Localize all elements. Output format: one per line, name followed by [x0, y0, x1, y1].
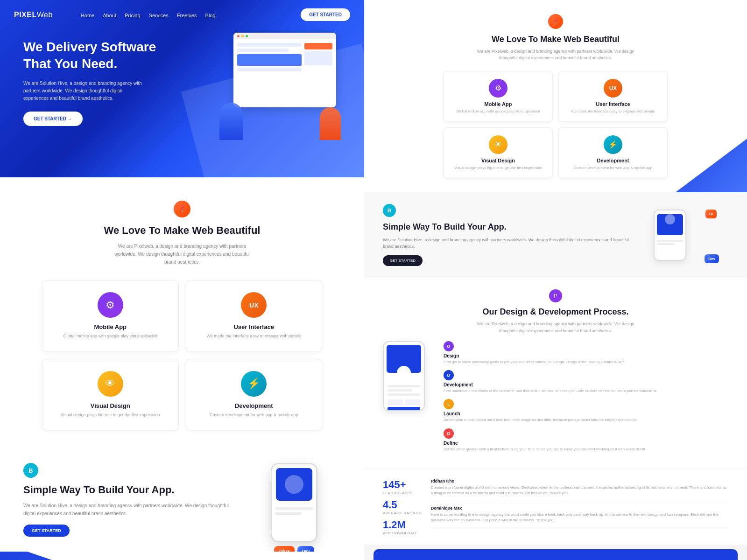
service-card-visual: 👁 Visual Design Visual design plays big …: [42, 359, 179, 431]
services-section: 📍 We Love To Make Web Beautiful We are P…: [0, 177, 364, 449]
rb-illustration: UI Dev: [644, 207, 728, 263]
services-description: We are Pixelweb, a design and branding a…: [112, 242, 252, 266]
process-step-launch: L Launch Define what a best output must …: [444, 399, 728, 422]
right-service-mobile: ⚙ Mobile App Global mobile app with goog…: [444, 71, 553, 122]
dev-name: Development: [196, 402, 313, 409]
design-badge: D: [444, 341, 454, 351]
nav-services[interactable]: Services: [149, 11, 169, 19]
process-section: P Our Design & Development Process. We a…: [364, 278, 747, 469]
right-service-visual: 👁 Visual Design Visual design plays big …: [444, 127, 553, 178]
right-mobile-icon: ⚙: [489, 79, 507, 98]
process-flow: D Design First get to know necessary goa…: [383, 341, 728, 457]
stat-rating: 4.5 AVERAGE RATINGS: [383, 499, 422, 515]
cta-section: Ready To Start Your Project? We have fro…: [374, 549, 738, 560]
hero-section: PIXELWeb Home About Pricing Services Fre…: [0, 0, 364, 177]
hero-cta-button[interactable]: GET STARTED →: [23, 112, 83, 126]
service-card-dev: ⚡ Development Custom development for web…: [186, 359, 323, 431]
testimonials: Ridhan Kho Created a prefound digital wo…: [431, 479, 728, 535]
launch-badge: L: [444, 399, 454, 409]
build-badge: B: [23, 463, 38, 478]
build-cta-button[interactable]: GET STARTED: [23, 525, 70, 537]
dev-desc: Custom development for web app & mobile …: [196, 412, 313, 419]
testimonial-1: Ridhan Kho Created a prefound digital wo…: [431, 479, 728, 501]
build-description: We are Solution Hive, a design and brand…: [23, 502, 233, 518]
rb-title: Simple Way To Build Your App.: [383, 222, 633, 232]
process-phone-illustration: [383, 341, 439, 411]
nav-freebies[interactable]: Freebies: [177, 11, 197, 19]
build-title: Simple Way To Build Your App.: [23, 483, 233, 497]
process-step-define: D Define Set the other queries with a fi…: [444, 428, 728, 452]
service-card-ui: UX User Interface We made the interface …: [186, 280, 323, 352]
stat-downloads: 1.2M APP DOWNLOAD: [383, 519, 422, 535]
nav-about[interactable]: About: [103, 11, 116, 19]
services-title: We Love To Make Web Beautiful: [14, 224, 350, 237]
right-ui-icon: UX: [604, 79, 622, 98]
mobile-app-icon: ⚙: [98, 292, 123, 318]
build-section: B Simple Way To Build Your App. We are S…: [0, 449, 364, 552]
right-dev-icon: ⚡: [604, 135, 622, 154]
hero-title: We Delivery Software That You Need.: [23, 39, 163, 73]
mobile-app-name: Mobile App: [52, 323, 169, 330]
right-services-title: We Love To Make Web Beautiful: [383, 35, 728, 44]
services-badge: 📍: [174, 201, 190, 217]
rb-badge: B: [383, 204, 396, 217]
right-service-ui: UX User Interface We made the interface …: [558, 71, 668, 122]
process-steps: D Design First get to know necessary goa…: [444, 341, 728, 457]
nav-pricing[interactable]: Pricing: [125, 11, 141, 19]
nav-home[interactable]: Home: [81, 11, 94, 19]
left-panel: PIXELWeb Home About Pricing Services Fre…: [0, 0, 364, 560]
hero-content: We Delivery Software That You Need. We a…: [0, 29, 364, 135]
dev-step-badge: D: [444, 370, 454, 380]
visual-desc: Visual design plays big role to get the …: [52, 412, 169, 419]
process-badge: P: [549, 289, 562, 302]
hero-description: We are Solution Hive, a design and brand…: [23, 80, 145, 102]
right-panel: 📍 We Love To Make Web Beautiful We are P…: [364, 0, 747, 560]
nav-links: Home About Pricing Services Freebies Blo…: [81, 11, 216, 19]
right-services-desc: We are Pixelweb, a design and branding a…: [474, 48, 637, 62]
process-title: Our Design & Development Process.: [383, 307, 728, 317]
ui-desc: We made the interface easy to engage wit…: [196, 333, 313, 340]
mobile-app-desc: Global mobile app with google play store…: [52, 333, 169, 340]
right-services-grid: ⚙ Mobile App Global mobile app with goog…: [444, 71, 668, 178]
logo: PIXELWeb: [14, 11, 53, 19]
stat-apps: 145+ LEADING APPS: [383, 479, 422, 495]
stats-section: 145+ LEADING APPS 4.5 AVERAGE RATINGS 1.…: [364, 469, 747, 545]
right-visual-icon: 👁: [489, 135, 507, 154]
build-illustration: UI/UX Dev: [247, 463, 341, 538]
right-service-dev: ⚡ Development Custom development for web…: [558, 127, 668, 178]
navbar: PIXELWeb Home About Pricing Services Fre…: [0, 0, 364, 29]
right-services-section: 📍 We Love To Make Web Beautiful We are P…: [364, 0, 747, 192]
dev-icon: ⚡: [241, 371, 267, 397]
nav-blog[interactable]: Blog: [205, 11, 216, 19]
stats-numbers: 145+ LEADING APPS 4.5 AVERAGE RATINGS 1.…: [383, 479, 422, 535]
ui-icon: UX: [241, 292, 267, 318]
process-step-dev: D Development First understand the needs…: [444, 370, 728, 393]
define-badge: D: [444, 428, 454, 439]
visual-name: Visual Design: [52, 402, 169, 409]
rb-cta-button[interactable]: GET STARTED: [383, 255, 423, 266]
service-card-mobile: ⚙ Mobile App Global mobile app with goog…: [42, 280, 179, 352]
rb-description: We are Solution Hive, a design and brand…: [383, 237, 633, 250]
testimonial-2: Dominique Max Here is some wording to a …: [431, 506, 728, 528]
nav-cta-button[interactable]: GET STARTED: [301, 8, 350, 21]
process-description: We are Pixelweb, a design and branding a…: [474, 321, 637, 334]
services-grid: ⚙ Mobile App Global mobile app with goog…: [42, 280, 322, 430]
right-build-section: B Simple Way To Build Your App. We are S…: [364, 192, 747, 278]
ui-name: User Interface: [196, 323, 313, 330]
right-badge: 📍: [548, 14, 563, 29]
visual-icon: 👁: [98, 371, 123, 397]
process-step-design: D Design First get to know necessary goa…: [444, 341, 728, 364]
